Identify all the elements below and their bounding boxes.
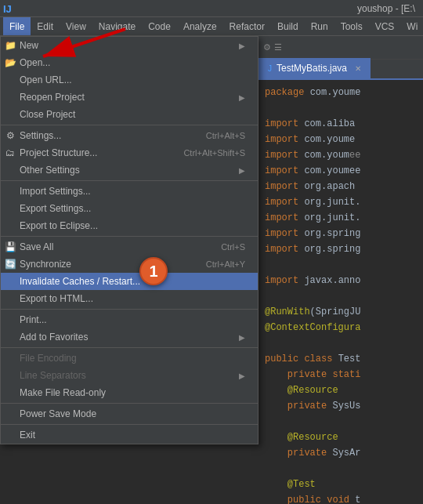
tab-label: TestMyBatis.java xyxy=(277,63,347,74)
menu-navigate[interactable]: Navigate xyxy=(92,17,142,35)
menu-entry-invalidate-caches[interactable]: Invalidate Caches / Restart... xyxy=(1,273,258,290)
menu-entry-import-settings-label: Import Settings... xyxy=(20,186,91,197)
separator-3 xyxy=(1,236,258,237)
menu-entry-synchronize-label: Synchronize xyxy=(20,259,71,270)
code-line-1: package com.youme xyxy=(258,85,423,100)
settings-icon: ⚙ xyxy=(4,130,16,141)
menu-entry-power-save-label: Power Save Mode xyxy=(20,408,96,419)
menu-entry-project-structure[interactable]: 🗂 Project Structure... Ctrl+Alt+Shift+S xyxy=(1,144,258,161)
separator-5 xyxy=(1,347,258,348)
menu-analyze[interactable]: Analyze xyxy=(177,17,223,35)
menu-entry-close-project[interactable]: Close Project xyxy=(1,106,258,123)
menu-entry-add-favorites[interactable]: Add to Favorites ▶ xyxy=(1,328,258,346)
menu-entry-new-label: New xyxy=(20,40,38,51)
menu-entry-export-eclipse-label: Export to Eclipse... xyxy=(20,220,98,231)
toolbar-icon-list[interactable]: ☰ xyxy=(274,42,282,53)
menu-entry-settings-label: Settings... xyxy=(20,130,61,141)
menu-entry-import-settings[interactable]: Import Settings... xyxy=(1,183,258,200)
code-line-import-2: import com.youme xyxy=(258,132,423,147)
code-line-anno-2: @ContextConfigura xyxy=(258,320,423,335)
line-sep-arrow-icon: ▶ xyxy=(239,372,245,380)
menu-entry-export-html[interactable]: Export to HTML... xyxy=(1,290,258,307)
code-line-blank-3 xyxy=(258,288,423,304)
menu-entry-make-readonly[interactable]: Make File Read-only xyxy=(1,384,258,401)
separator-6 xyxy=(1,403,258,404)
menu-view[interactable]: View xyxy=(60,17,92,35)
menu-entry-power-save[interactable]: Power Save Mode xyxy=(1,405,258,422)
menu-entry-reopen[interactable]: Reopen Project ▶ xyxy=(1,89,258,106)
menu-entry-synchronize[interactable]: 🔄 Synchronize Ctrl+Alt+Y xyxy=(1,256,258,273)
separator-2 xyxy=(1,180,258,181)
menu-entry-open-url[interactable]: Open URL... xyxy=(1,71,258,89)
menu-entry-open-url-label: Open URL... xyxy=(20,74,72,85)
code-line-import-6: import org.junit. xyxy=(258,194,423,210)
settings-shortcut: Ctrl+Alt+S xyxy=(206,131,245,140)
tab-close-icon[interactable]: ✕ xyxy=(355,64,361,73)
menu-entry-print-label: Print... xyxy=(20,314,47,325)
menu-entry-open[interactable]: 📂 Open... xyxy=(1,54,258,71)
structure-icon: 🗂 xyxy=(4,147,16,158)
open-icon: 📂 xyxy=(4,57,16,68)
menu-refactor[interactable]: Refactor xyxy=(223,17,271,35)
code-line-import-8: import org.spring xyxy=(258,226,423,241)
code-line-import-9: import org.spring xyxy=(258,241,423,257)
menu-entry-export-settings[interactable]: Export Settings... xyxy=(1,200,258,217)
code-area: package com.youme import com.aliba impor… xyxy=(258,82,423,504)
menu-file[interactable]: File xyxy=(3,17,31,35)
menu-entry-project-structure-label: Project Structure... xyxy=(20,147,97,158)
code-line-import-7: import org.junit. xyxy=(258,210,423,226)
toolbar-icon-gear[interactable]: ⚙ xyxy=(263,42,271,53)
menu-entry-open-label: Open... xyxy=(20,57,50,68)
menu-tools[interactable]: Tools xyxy=(334,17,369,35)
separator-4 xyxy=(1,309,258,310)
title-bar: IJ youshop - [E:\ xyxy=(0,0,423,17)
other-settings-arrow-icon: ▶ xyxy=(239,166,245,175)
code-line-import-10: import javax.anno xyxy=(258,273,423,288)
menu-entry-close-label: Close Project xyxy=(20,109,75,120)
code-line-import-4: import com.youmee xyxy=(258,163,423,179)
menu-entry-new[interactable]: 📁 New ▶ xyxy=(1,37,258,54)
tab-bar: J TestMyBatis.java ✕ xyxy=(258,60,423,80)
menu-wi[interactable]: Wi xyxy=(400,17,423,35)
menu-build[interactable]: Build xyxy=(271,17,305,35)
menu-entry-invalidate-label: Invalidate Caches / Restart... xyxy=(20,276,140,287)
menu-entry-settings[interactable]: ⚙ Settings... Ctrl+Alt+S xyxy=(1,127,258,144)
save-icon: 💾 xyxy=(4,241,16,252)
menu-edit[interactable]: Edit xyxy=(31,17,60,35)
window-title: youshop - [E:\ xyxy=(357,3,415,14)
menu-entry-add-favorites-label: Add to Favorites xyxy=(20,332,88,343)
menu-vcs[interactable]: VCS xyxy=(369,17,401,35)
save-all-shortcut: Ctrl+S xyxy=(221,242,245,252)
menu-entry-save-all[interactable]: 💾 Save All Ctrl+S xyxy=(1,238,258,256)
menu-entry-line-separators-label: Line Separators xyxy=(20,370,86,381)
code-line-blank-5 xyxy=(258,414,423,430)
synchronize-shortcut: Ctrl+Alt+Y xyxy=(206,259,245,269)
code-line-sysus: private SysUs xyxy=(258,398,423,414)
menu-entry-exit[interactable]: Exit xyxy=(1,426,258,444)
menu-entry-other-settings[interactable]: Other Settings ▶ xyxy=(1,161,258,179)
tab-testmybatis[interactable]: J TestMyBatis.java ✕ xyxy=(258,58,371,78)
code-panel: ⚙ ☰ J TestMyBatis.java ✕ package com.you… xyxy=(258,36,423,504)
menu-code[interactable]: Code xyxy=(142,17,177,35)
arrow-right-icon: ▶ xyxy=(239,42,245,50)
toolbar: ⚙ ☰ xyxy=(258,36,423,60)
menu-entry-reopen-label: Reopen Project xyxy=(20,92,85,103)
menu-entry-save-all-label: Save All xyxy=(20,241,53,252)
code-line-blank-1 xyxy=(258,100,423,116)
menu-entry-file-encoding-label: File Encoding xyxy=(20,353,77,364)
java-icon: J xyxy=(268,64,272,73)
menu-entry-export-html-label: Export to HTML... xyxy=(20,293,93,304)
code-line-blank-4 xyxy=(258,335,423,351)
menu-entry-export-eclipse[interactable]: Export to Eclipse... xyxy=(1,217,258,234)
sync-icon: 🔄 xyxy=(4,259,16,270)
code-line-import-5: import org.apach xyxy=(258,179,423,194)
code-line-anno-1: @RunWith(SpringJU xyxy=(258,304,423,320)
menu-entry-export-settings-label: Export Settings... xyxy=(20,203,91,214)
favorites-arrow-icon: ▶ xyxy=(239,333,245,342)
separator-7 xyxy=(1,424,258,425)
project-structure-shortcut: Ctrl+Alt+Shift+S xyxy=(183,148,245,158)
new-icon: 📁 xyxy=(4,40,16,51)
menu-run[interactable]: Run xyxy=(305,17,334,35)
menu-entry-print[interactable]: Print... xyxy=(1,311,258,328)
code-line-resource-2: @Resource xyxy=(258,430,423,445)
